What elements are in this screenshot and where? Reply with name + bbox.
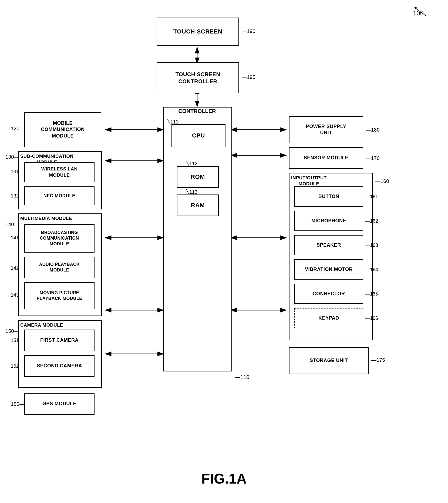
ref-175: —175: [371, 357, 385, 363]
ref-162: —162: [365, 218, 378, 224]
microphone-box: MICROPHONE: [294, 211, 363, 231]
ref-112: ╲112: [186, 161, 197, 167]
ref-170: —170: [366, 155, 380, 161]
wireless-lan-box: WIRELESS LANMODULE: [24, 162, 95, 182]
rom-box: ROM: [177, 166, 219, 188]
moving-picture-box: MOVING PICTUREPLAYBACK MODULE: [24, 282, 95, 309]
ref-151: 151: [11, 338, 19, 343]
fig-label: FIG.1A: [201, 471, 247, 487]
ref-142: 142: [11, 265, 19, 271]
sensor-box: SENSOR MODULE: [289, 147, 363, 169]
cpu-box: CPU: [171, 124, 225, 147]
ref-180: —180: [366, 127, 380, 133]
second-camera-box: SECOND CAMERA: [24, 355, 95, 377]
io-label: INPUT/OUTPUTMODULE: [291, 175, 327, 187]
ref-164: —164: [365, 267, 378, 273]
svg-line-16: [416, 8, 426, 16]
speaker-box: SPEAKER: [294, 235, 363, 255]
ref-150: 150—: [5, 328, 19, 334]
ref-arrow: [413, 5, 434, 19]
ref-132: 132: [11, 193, 19, 199]
first-camera-box: FIRST CAMERA: [24, 330, 95, 351]
ref-131: 131: [11, 169, 19, 175]
ref-141: 141: [11, 235, 19, 241]
camera-module-label: CAMERA MODULE: [20, 322, 63, 328]
gps-box: GPS MODULE: [24, 393, 95, 415]
keypad-box: KEYPAD: [294, 308, 363, 328]
ref-143: 143: [11, 292, 19, 298]
mobile-comm-box: MOBILECOMMUNICATIONMODULE: [24, 112, 101, 147]
ref-166: —166: [365, 316, 378, 321]
ref-155: 155—: [11, 401, 25, 407]
touch-screen-box: TOUCH SCREEN: [157, 18, 239, 46]
audio-playback-box: AUDIO PLAYBACKMODULE: [24, 257, 95, 278]
multimedia-label: MULTIMEDIA MODULE: [20, 216, 72, 222]
ref-120: 120—: [11, 126, 25, 132]
storage-unit-box: STORAGE UNIT: [289, 347, 369, 374]
ref-140: 140—: [5, 222, 19, 227]
connector-box: CONNECTOR: [294, 284, 363, 304]
ref-165: —165: [365, 291, 378, 297]
ref-130: 130—: [5, 154, 19, 160]
ref-113: ╲113: [186, 189, 197, 195]
broadcasting-box: BROADCASTINGCOMMUNICATIONMODULE: [24, 224, 95, 253]
diagram: 100 TOUCH SCREEN —190 TOUCH SCREENCONTRO…: [0, 0, 448, 503]
nfc-box: NFC MODULE: [24, 186, 95, 205]
ref-163: —163: [365, 243, 378, 248]
touch-screen-controller-box: TOUCH SCREENCONTROLLER: [157, 62, 239, 93]
ref-152: 152: [11, 363, 19, 369]
ram-box: RAM: [177, 195, 219, 216]
ref-195: —195: [242, 74, 255, 80]
ref-160: —160: [375, 178, 389, 184]
ref-111: ╲111: [167, 119, 178, 125]
button-box: BUTTON: [294, 186, 363, 207]
power-supply-box: POWER SUPPLYUNIT: [289, 116, 363, 143]
vibration-motor-box: VIBRATION MOTOR: [294, 259, 363, 280]
ref-161: —161: [365, 194, 378, 200]
ref-190: —190: [242, 28, 255, 34]
controller-label: CONTROLLER: [167, 108, 227, 114]
ref-110: —110: [235, 374, 249, 380]
